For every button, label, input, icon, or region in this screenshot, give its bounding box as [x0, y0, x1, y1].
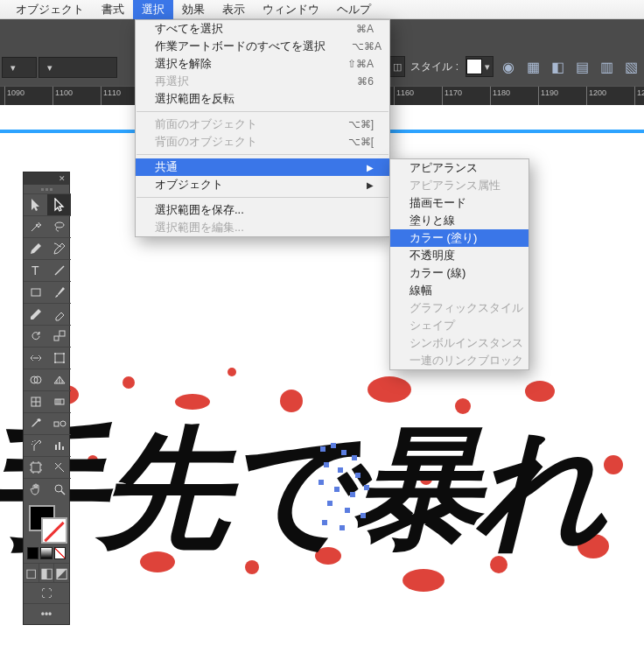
tool-rectangle[interactable]: [24, 281, 47, 303]
svg-line-19: [61, 491, 65, 495]
tool-gradient[interactable]: [47, 390, 71, 412]
panel-grip[interactable]: [24, 185, 69, 193]
menu-item-reselect: 再選択⌘6: [136, 73, 389, 90]
tool-eyedropper[interactable]: [24, 412, 47, 434]
menu-item-inverse[interactable]: 選択範囲を反転: [136, 90, 389, 108]
submenu-opacity[interactable]: 不透明度: [390, 247, 528, 264]
ruler-tick: 1160: [394, 87, 414, 105]
fill-stroke-indicator[interactable]: [24, 500, 69, 545]
menu-item-label: カラー (線): [410, 265, 466, 281]
color-mode-gradient[interactable]: [40, 547, 52, 559]
tool-shape-builder[interactable]: [24, 369, 47, 390]
tool-width[interactable]: [24, 347, 47, 369]
opt-dropdown-left[interactable]: ▾: [2, 57, 37, 78]
menu-item-save-selection[interactable]: 選択範囲を保存...: [136, 201, 389, 219]
svg-point-16: [60, 421, 66, 426]
tool-hand[interactable]: [24, 478, 47, 500]
menu-effect[interactable]: 効果: [173, 0, 214, 19]
pref-icon[interactable]: ▧: [621, 57, 640, 76]
opt-flip-icon[interactable]: ◫: [389, 56, 405, 77]
tool-line[interactable]: [47, 259, 71, 281]
color-mode-solid[interactable]: [27, 547, 38, 559]
menu-item-select-artboard-all[interactable]: 作業アートボードのすべてを選択⌥⌘A: [136, 38, 389, 55]
menu-separator: [136, 154, 388, 155]
menu-item-label: 選択を解除: [155, 56, 212, 72]
ruler-tick: 1100: [52, 87, 73, 105]
tool-rotate[interactable]: [24, 325, 47, 347]
tools-header[interactable]: ✕: [24, 172, 69, 185]
menu-view[interactable]: 表示: [214, 0, 254, 19]
opt-dropdown-mid[interactable]: ▾: [38, 57, 117, 78]
draw-inside-icon[interactable]: ◩: [53, 563, 69, 582]
svg-rect-4: [54, 336, 59, 341]
tool-selection[interactable]: [24, 193, 47, 215]
menu-type[interactable]: 書式: [93, 0, 133, 19]
menu-item-front-object: 前面のオブジェクト⌥⌘]: [136, 116, 389, 133]
tool-curvature[interactable]: [47, 237, 71, 259]
doc-setup-icon[interactable]: ◉: [499, 57, 518, 76]
tool-zoom[interactable]: [47, 478, 71, 500]
menu-shortcut: ⌥⌘A: [352, 40, 382, 53]
edit-toolbar-button[interactable]: •••: [24, 603, 69, 624]
submenu-fill-stroke[interactable]: 塗りと線: [390, 212, 528, 229]
tool-free-transform[interactable]: [47, 347, 71, 369]
tool-perspective[interactable]: [47, 369, 71, 390]
menu-item-select-all[interactable]: すべてを選択⌘A: [136, 20, 389, 38]
menu-item-label: 描画モード: [410, 195, 466, 211]
menu-object[interactable]: オブジェクト: [7, 0, 93, 19]
tool-paintbrush[interactable]: [47, 281, 71, 303]
tool-pen[interactable]: [24, 237, 47, 259]
svg-point-9: [54, 362, 56, 363]
menu-item-label: アピアランス属性: [410, 178, 500, 193]
menu-item-label: シンボルインスタンス: [410, 335, 523, 351]
tool-shaper[interactable]: [24, 303, 47, 325]
ruler-tick: 1180: [490, 87, 510, 105]
ruler-tick: 1110: [101, 87, 121, 105]
menu-item-label: カラー (塗り): [410, 230, 477, 246]
stroke-color-box[interactable]: [41, 517, 67, 544]
transform-icon[interactable]: ▤: [572, 57, 592, 76]
tool-scale[interactable]: [47, 325, 71, 347]
menu-help[interactable]: ヘルプ: [328, 0, 380, 19]
menu-window[interactable]: ウィンドウ: [254, 0, 328, 19]
color-mode-none[interactable]: [54, 547, 66, 559]
tool-blend[interactable]: [47, 412, 71, 434]
tool-lasso[interactable]: [47, 215, 71, 237]
tool-eraser[interactable]: [47, 303, 71, 325]
style-swatch-dropdown[interactable]: ▾: [466, 56, 494, 77]
submenu-blend-mode[interactable]: 描画モード: [390, 194, 528, 212]
submenu-fill-color[interactable]: カラー (塗り): [390, 229, 528, 247]
tool-direct-selection[interactable]: [47, 193, 71, 215]
tool-mesh[interactable]: [24, 390, 47, 412]
menu-separator: [136, 197, 388, 198]
menu-item-label: 共通: [155, 159, 178, 175]
tool-slice[interactable]: [47, 456, 71, 478]
menu-item-label: 塗りと線: [410, 213, 455, 228]
tool-symbol-sprayer[interactable]: [24, 434, 47, 456]
svg-point-7: [54, 353, 56, 355]
menu-item-label: 作業アートボードのすべてを選択: [155, 39, 326, 54]
menu-select[interactable]: 選択: [133, 0, 173, 19]
menu-item-label: 線幅: [410, 283, 432, 298]
screen-mode-button[interactable]: ⛶: [24, 582, 69, 603]
menu-item-object-submenu[interactable]: オブジェクト▶: [136, 176, 389, 193]
isolate-icon[interactable]: ▥: [597, 57, 616, 76]
tool-magic-wand[interactable]: [24, 215, 47, 237]
submenu-appearance[interactable]: アピアランス: [390, 159, 528, 177]
align-icon-2[interactable]: ◧: [548, 57, 567, 76]
tool-type[interactable]: T: [24, 259, 47, 281]
draw-normal-icon[interactable]: ◻: [24, 563, 38, 582]
menu-item-common[interactable]: 共通▶: [136, 158, 389, 176]
submenu-arrow-icon: ▶: [367, 180, 374, 190]
selected-glyph-overlay: [312, 438, 390, 543]
menu-item-label: 再選択: [155, 74, 189, 89]
align-icon-1[interactable]: ▦: [523, 57, 542, 76]
submenu-stroke-color[interactable]: カラー (線): [390, 264, 528, 282]
tool-artboard[interactable]: [24, 456, 47, 478]
submenu-stroke-weight[interactable]: 線幅: [390, 282, 528, 299]
tool-column-graph[interactable]: [47, 434, 71, 456]
draw-behind-icon[interactable]: ◧: [38, 563, 54, 582]
close-icon[interactable]: ✕: [59, 175, 66, 182]
menu-item-deselect[interactable]: 選択を解除⇧⌘A: [136, 55, 389, 73]
app-menubar: オブジェクト 書式 選択 効果 表示 ウィンドウ ヘルプ: [0, 0, 644, 19]
